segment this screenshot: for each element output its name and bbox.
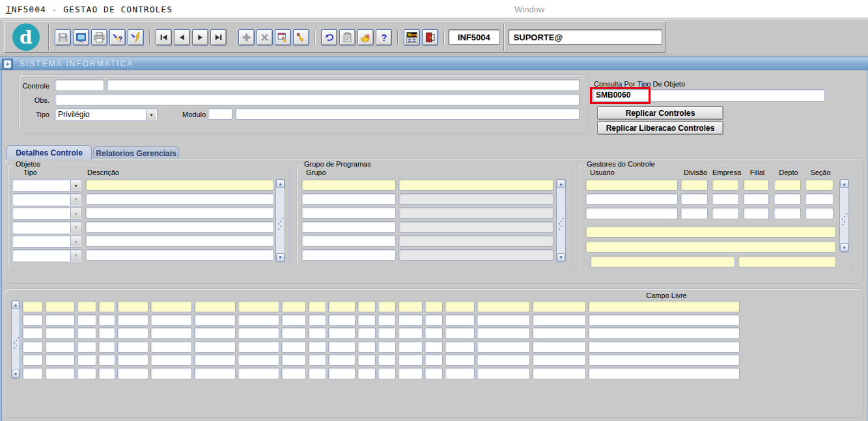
gestores-divisao-field[interactable] [680, 208, 708, 219]
grid-cell[interactable] [398, 354, 423, 366]
grid-cell[interactable] [445, 341, 475, 353]
grid-cell[interactable] [445, 301, 475, 312]
scroll-grip[interactable] [561, 221, 562, 222]
chevron-down-icon[interactable]: ▼ [70, 223, 81, 233]
grid-cell[interactable] [45, 354, 75, 366]
grid-cell[interactable] [425, 368, 443, 379]
grid-cell[interactable] [532, 301, 586, 312]
grid-cell[interactable] [117, 327, 148, 339]
gestores-usuario-field[interactable] [585, 179, 678, 191]
grid-cell[interactable] [477, 327, 530, 339]
gestores-info-bar-2[interactable] [585, 241, 836, 252]
grid-cell[interactable] [477, 354, 530, 366]
grid-cell[interactable] [98, 327, 115, 339]
grid-cell[interactable] [22, 341, 43, 353]
grid-cell[interactable] [445, 314, 475, 326]
objetos-tipo-select[interactable]: ▼ [12, 249, 82, 262]
grid-cell[interactable] [425, 314, 443, 326]
consulta-tipo-objeto-input[interactable]: SMB0060 [593, 89, 825, 102]
grid-cell[interactable] [77, 327, 96, 339]
gestores-info-bar-1[interactable] [585, 226, 836, 238]
grid-cell[interactable] [532, 327, 586, 339]
modulo-descricao-field[interactable] [235, 108, 580, 120]
grid-cell[interactable] [357, 314, 376, 326]
grid-cell[interactable] [477, 341, 530, 353]
objetos-tipo-select[interactable]: ▼ [12, 207, 82, 220]
screen-button[interactable] [73, 29, 89, 46]
objetos-scrollbar[interactable]: ▲ ▼ [275, 179, 285, 262]
grid-cell[interactable] [98, 368, 115, 379]
grupo-codigo-field[interactable] [301, 221, 396, 233]
obs-field[interactable] [55, 94, 580, 105]
scroll-down-icon[interactable]: ▼ [12, 370, 20, 378]
campo-livre-cell[interactable] [588, 314, 740, 326]
grid-cell[interactable] [238, 341, 279, 353]
gestores-secao-field[interactable] [805, 179, 833, 191]
grid-cell[interactable] [45, 327, 75, 339]
grid-cell[interactable] [357, 354, 376, 366]
grid-cell[interactable] [477, 368, 530, 379]
objetos-descricao-field[interactable] [85, 179, 274, 191]
grid-cell[interactable] [117, 368, 148, 379]
grid-cell[interactable] [238, 354, 279, 366]
grid-cell[interactable] [45, 341, 75, 353]
objetos-tipo-select[interactable]: ▼ [12, 235, 82, 248]
clear-question-button[interactable]: ? [109, 29, 126, 46]
grid-cell[interactable] [194, 301, 236, 312]
grid-cell[interactable] [238, 327, 279, 339]
grupo-codigo-field[interactable] [301, 235, 396, 247]
scroll-down-icon[interactable]: ▼ [276, 253, 285, 262]
campo-livre-cell[interactable] [588, 368, 740, 379]
grid-cell[interactable] [532, 314, 586, 326]
grupo-codigo-field[interactable] [301, 249, 396, 261]
grid-cell[interactable] [425, 327, 443, 339]
gestores-empresa-field[interactable] [712, 179, 739, 191]
objetos-descricao-field[interactable] [85, 221, 274, 233]
grid-cell[interactable] [328, 354, 356, 366]
grid-cell[interactable] [357, 327, 376, 339]
grid-cell[interactable] [308, 341, 326, 353]
scroll-up-icon[interactable]: ▲ [276, 180, 285, 188]
objetos-tipo-select[interactable]: ▼ [12, 221, 82, 234]
grid-cell[interactable] [357, 301, 376, 312]
objetos-tipo-select[interactable]: ▼ [12, 179, 82, 192]
grid-cell[interactable] [194, 354, 236, 366]
gestores-filial-field[interactable] [743, 193, 769, 205]
grid-cell[interactable] [150, 327, 192, 339]
grid-cell[interactable] [117, 314, 148, 326]
grid-cell[interactable] [281, 341, 306, 353]
nav-last-button[interactable] [210, 29, 227, 46]
grid-cell[interactable] [398, 368, 423, 379]
nav-next-button[interactable] [192, 29, 208, 46]
grid-cell[interactable] [477, 314, 530, 326]
chevron-down-icon[interactable]: ▼ [146, 109, 156, 120]
grid-cell[interactable] [532, 341, 586, 353]
bottom-grid-scrollbar[interactable]: ▲ ▼ [11, 300, 20, 379]
grid-cell[interactable] [357, 368, 376, 379]
grid-cell[interactable] [328, 327, 356, 339]
grid-cell[interactable] [22, 368, 43, 379]
help-button[interactable]: ? [376, 29, 392, 46]
grupo-codigo-field[interactable] [301, 193, 396, 205]
grid-cell[interactable] [281, 368, 306, 379]
clipboard-button[interactable] [339, 29, 356, 46]
gestores-divisao-field[interactable] [680, 179, 708, 191]
gestores-depto-field[interactable] [774, 208, 801, 219]
print-button[interactable] [91, 29, 107, 46]
grupo-codigo-field[interactable] [301, 207, 396, 219]
grid-cell[interactable] [425, 354, 443, 366]
count-hits-button[interactable]: 8 [357, 29, 374, 46]
insert-record-button[interactable] [238, 29, 255, 46]
grid-cell[interactable] [98, 354, 115, 366]
gestores-depto-field[interactable] [774, 193, 801, 205]
gestores-empresa-field[interactable] [712, 208, 739, 219]
gestores-secao-field[interactable] [805, 193, 833, 205]
grid-cell[interactable] [398, 314, 423, 326]
grid-cell[interactable] [378, 354, 396, 366]
scroll-down-icon[interactable]: ▼ [557, 253, 565, 262]
grid-cell[interactable] [445, 354, 475, 366]
menu-item-window[interactable]: Window [514, 5, 544, 14]
campo-livre-cell[interactable] [588, 341, 740, 353]
grupo-descricao-field[interactable] [399, 179, 553, 191]
grid-cell[interactable] [77, 301, 96, 312]
